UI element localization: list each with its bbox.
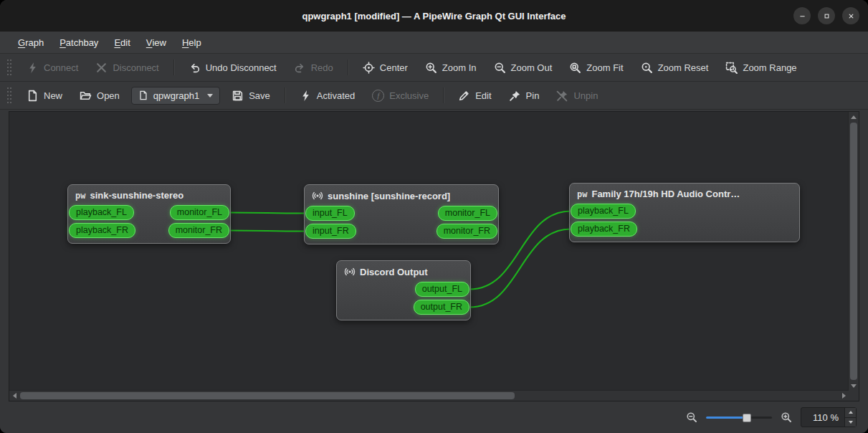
close-icon: [847, 12, 855, 20]
graph-node-sunshine[interactable]: sunshine [sunshine-record] input_FL moni…: [304, 184, 499, 244]
graph-canvas[interactable]: pw sink-sunshine-stereo playback_FL moni…: [9, 112, 849, 391]
pipewire-icon: pw: [577, 189, 587, 199]
menu-edit[interactable]: Edit: [106, 32, 138, 53]
undo-disconnect-label: Undo Disconnect: [206, 62, 277, 73]
port-output-fl[interactable]: output_FL: [415, 282, 469, 297]
arrow-up-icon: [851, 115, 857, 119]
horizontal-scroll-thumb[interactable]: [20, 392, 515, 399]
port-output-fr[interactable]: output_FR: [414, 300, 469, 315]
zoom-slider-fill: [706, 417, 747, 419]
port-monitor-fr[interactable]: monitor_FR: [437, 224, 497, 239]
vertical-scrollbar[interactable]: [848, 112, 859, 391]
center-button[interactable]: Center: [357, 58, 414, 77]
port-monitor-fr[interactable]: monitor_FR: [168, 223, 229, 238]
new-button[interactable]: New: [21, 86, 68, 105]
canvas-frame: pw sink-sunshine-stereo playback_FL moni…: [9, 111, 859, 401]
new-label: New: [44, 90, 62, 101]
window-title: qpwgraph1 [modified] — A PipeWire Graph …: [302, 11, 566, 22]
unpin-label: Unpin: [573, 90, 598, 101]
graph-node-discord[interactable]: Discord Output output_FL output_FR: [336, 260, 471, 320]
minimize-button[interactable]: [793, 7, 811, 24]
port-playback-fl[interactable]: playback_FL: [69, 205, 134, 220]
spin-down-button[interactable]: [845, 418, 856, 427]
zoom-value[interactable]: 110 %: [801, 408, 844, 427]
open-folder-icon: [80, 90, 92, 102]
exclusive-icon: f: [372, 90, 384, 102]
disconnect-button[interactable]: Disconnect: [90, 58, 164, 77]
arrow-down-icon: [849, 421, 853, 424]
disconnect-icon: [95, 62, 108, 74]
patchbay-file-combo[interactable]: qpwgraph1: [131, 87, 220, 105]
zoom-reset-button[interactable]: Zoom Reset: [635, 58, 715, 77]
status-bar: 110 %: [0, 401, 868, 433]
open-label: Open: [97, 90, 120, 101]
zoom-slider[interactable]: [706, 411, 772, 423]
scroll-left-button[interactable]: [9, 391, 19, 401]
new-file-icon: [27, 90, 39, 102]
maximize-button[interactable]: [818, 7, 835, 24]
port-playback-fl[interactable]: playback_FL: [571, 204, 636, 219]
menu-patchbay[interactable]: Patchbay: [52, 32, 106, 53]
audio-app-icon: [312, 190, 323, 201]
spin-up-button[interactable]: [845, 408, 856, 418]
port-input-fl[interactable]: input_FL: [305, 206, 355, 221]
scroll-up-button[interactable]: [849, 112, 859, 122]
save-button[interactable]: Save: [226, 86, 276, 105]
edit-button[interactable]: Edit: [452, 86, 497, 105]
exclusive-button[interactable]: f Exclusive: [366, 86, 434, 105]
undo-icon: [189, 62, 201, 74]
redo-button[interactable]: Redo: [288, 58, 339, 77]
port-playback-fr[interactable]: playback_FR: [69, 223, 135, 238]
node-ports: output_FL output_FR: [337, 282, 470, 315]
exclusive-label: Exclusive: [389, 90, 429, 101]
node-header: sunshine [sunshine-record]: [305, 188, 498, 206]
arrow-down-icon: [851, 384, 857, 388]
zoom-fit-button[interactable]: Zoom Fit: [563, 58, 629, 77]
activated-button[interactable]: Activated: [294, 86, 361, 105]
menu-graph[interactable]: Graph: [10, 32, 52, 53]
node-title: Discord Output: [360, 267, 428, 277]
menu-view[interactable]: View: [138, 32, 174, 53]
pin-button[interactable]: Pin: [503, 86, 545, 105]
menu-help[interactable]: Help: [174, 32, 209, 53]
port-monitor-fl[interactable]: monitor_FL: [438, 206, 497, 221]
pin-icon: [509, 90, 521, 102]
zoom-range-button[interactable]: Zoom Range: [720, 58, 802, 77]
scroll-right-button[interactable]: [839, 391, 849, 401]
zoom-slider-handle[interactable]: [743, 414, 751, 422]
zoom-in-button[interactable]: Zoom In: [419, 58, 482, 77]
unpin-button[interactable]: Unpin: [550, 86, 604, 105]
open-button[interactable]: Open: [74, 86, 125, 105]
toolbar-grip[interactable]: [7, 87, 12, 103]
toolbar-separator: [348, 60, 348, 75]
toolbar-grip[interactable]: [7, 60, 12, 75]
arrow-up-icon: [849, 411, 853, 414]
port-input-fr[interactable]: input_FR: [305, 224, 356, 239]
zoom-out-icon: [686, 411, 697, 423]
vertical-scroll-thumb[interactable]: [850, 123, 857, 380]
disconnect-label: Disconnect: [113, 62, 158, 73]
toolbar-separator: [443, 87, 444, 103]
close-button[interactable]: [842, 7, 859, 24]
zoom-in-icon: [781, 411, 792, 423]
audio-app-icon: [344, 266, 356, 277]
zoom-out-button[interactable]: Zoom Out: [488, 58, 558, 77]
port-monitor-fl[interactable]: monitor_FL: [170, 205, 229, 220]
scrollbar-corner: [849, 391, 859, 401]
zoom-range-label: Zoom Range: [743, 62, 796, 73]
maximize-icon: [823, 12, 831, 20]
horizontal-scrollbar[interactable]: [9, 390, 849, 401]
zoom-fit-icon: [569, 62, 581, 74]
graph-toolbar: Connect Disconnect Undo Disconnect Redo …: [0, 54, 868, 82]
undo-disconnect-button[interactable]: Undo Disconnect: [183, 58, 282, 77]
port-playback-fr[interactable]: playback_FR: [571, 222, 637, 237]
zoom-fit-label: Zoom Fit: [586, 62, 623, 73]
scroll-down-button[interactable]: [849, 381, 859, 391]
node-header: Discord Output: [337, 264, 470, 282]
graph-node-family-audio[interactable]: pw Family 17h/19h HD Audio Contr… playba…: [569, 183, 800, 242]
zoom-spinbox[interactable]: 110 %: [801, 407, 857, 427]
edit-pencil-icon: [458, 90, 470, 102]
zoom-in-icon: [425, 62, 437, 74]
connect-button[interactable]: Connect: [21, 58, 84, 77]
graph-node-sink-sunshine[interactable]: pw sink-sunshine-stereo playback_FL moni…: [67, 184, 231, 244]
